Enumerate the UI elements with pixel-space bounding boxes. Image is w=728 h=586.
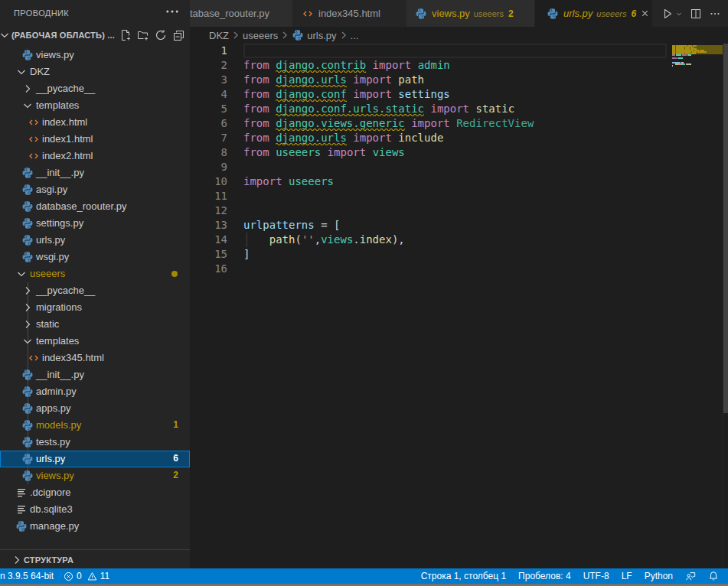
tree-item-database_roouter.py[interactable]: database_roouter.py xyxy=(0,198,190,215)
tree-item-db.sqlite3[interactable]: db.sqlite3 xyxy=(0,501,190,518)
chevron-right-icon xyxy=(21,318,34,330)
code-line-7[interactable]: 7from django.urls import include xyxy=(190,131,728,145)
code-text: urlpatterns = [ xyxy=(243,218,340,233)
refresh-icon[interactable] xyxy=(155,29,167,41)
tree-item-__pycache__[interactable]: __pycache__ xyxy=(0,282,190,299)
eol-item[interactable]: LF xyxy=(622,571,632,581)
code-line-4[interactable]: 4from django.conf import settings xyxy=(190,87,728,102)
python-file-icon xyxy=(292,29,304,41)
tree-item-label: __init__.py xyxy=(36,167,84,178)
code-line-14[interactable]: 14 path('',views.index), xyxy=(190,233,728,247)
problems-badge: 2 xyxy=(173,470,178,480)
tree-item-index.html[interactable]: index.html xyxy=(0,114,190,131)
editor-scrollbar[interactable] xyxy=(723,44,728,568)
breadcrumb-item[interactable]: ... xyxy=(351,30,359,41)
tab-tabase_roouter.py[interactable]: tabase_roouter.py xyxy=(190,0,293,27)
breadcrumb-item[interactable]: DKZ xyxy=(209,30,229,41)
cursor-position-item[interactable]: Строка 1, столбец 1 xyxy=(421,571,506,581)
workspace-section-header[interactable]: (РАБОЧАЯ ОБЛАСТЬ) ... xyxy=(0,27,190,44)
tree-item-useeers[interactable]: useeers xyxy=(0,265,190,282)
code-line-1[interactable]: 1 xyxy=(190,44,728,58)
tree-item-views.py[interactable]: views.py xyxy=(0,47,190,63)
tree-item-asgi.py[interactable]: asgi.py xyxy=(0,181,190,198)
outline-section-header[interactable]: СТРУКТУРА xyxy=(0,549,190,568)
code-editor[interactable]: 12from django.contrib import admin3from … xyxy=(190,44,728,568)
tree-item-tests.py[interactable]: tests.py xyxy=(0,434,190,451)
code-token: import xyxy=(373,59,412,71)
minimap-line-mark xyxy=(672,54,675,56)
code-token: from xyxy=(243,59,269,71)
code-token: import xyxy=(353,88,392,100)
tree-item-static[interactable]: static xyxy=(0,316,190,333)
tree-item-admin.py[interactable]: admin.py xyxy=(0,383,190,400)
tab-index345.html[interactable]: index345.html xyxy=(293,0,406,27)
code-line-16[interactable]: 16 xyxy=(190,262,728,276)
code-line-9[interactable]: 9 xyxy=(190,160,728,174)
tree-item-wsgi.py[interactable]: wsgi.py xyxy=(0,249,190,265)
close-icon[interactable] xyxy=(640,8,651,20)
explorer-more-actions-icon[interactable] xyxy=(164,3,181,20)
tree-item-models.py[interactable]: models.py1 xyxy=(0,417,190,434)
tree-item-label: migrations xyxy=(36,301,82,313)
chevron-down-icon xyxy=(15,66,28,78)
tab-content: views.pyuseeers2 xyxy=(406,0,514,27)
run-button-icon[interactable] xyxy=(661,8,674,20)
tree-item-settings.py[interactable]: settings.py xyxy=(0,215,190,232)
tab-views.py[interactable]: views.pyuseeers2 xyxy=(406,0,535,27)
bell-icon[interactable] xyxy=(708,571,719,581)
minimap-line-mark xyxy=(690,53,696,54)
collapse-all-icon[interactable] xyxy=(172,29,184,41)
tree-item-DKZ[interactable]: DKZ xyxy=(0,63,190,80)
scrollbar-slider[interactable] xyxy=(723,44,728,413)
code-line-5[interactable]: 5from django.conf.urls.static import sta… xyxy=(190,102,728,116)
tree-item-__init__.py[interactable]: __init__.py xyxy=(0,366,190,383)
tree-item-views.py[interactable]: views.py2 xyxy=(0,467,190,484)
code-line-8[interactable]: 8from useeers import views xyxy=(190,145,728,160)
tree-item-index1.html[interactable]: index1.html xyxy=(0,131,190,148)
code-line-3[interactable]: 3from django.urls import path xyxy=(190,73,728,87)
html-file-icon xyxy=(302,8,314,20)
line-number: 9 xyxy=(190,160,227,174)
breadcrumb-item[interactable]: urls.py xyxy=(307,30,336,41)
code-token xyxy=(269,117,276,129)
tree-item-__init__.py[interactable]: __init__.py xyxy=(0,164,190,181)
tree-item-index345.html[interactable]: index345.html xyxy=(0,350,190,366)
tab-urls.py[interactable]: urls.pyuseeers6 xyxy=(535,0,653,27)
python-version-item[interactable]: n 3.9.5 64-bit xyxy=(0,571,54,581)
breadcrumb-item[interactable]: useeers xyxy=(243,30,278,41)
encoding-item[interactable]: UTF-8 xyxy=(583,571,609,581)
more-actions-icon[interactable] xyxy=(709,8,721,20)
tree-item-templates[interactable]: templates xyxy=(0,97,190,114)
tree-item-manage.py[interactable]: manage.py xyxy=(0,518,190,535)
split-editor-icon[interactable] xyxy=(690,8,702,20)
tree-item-__pycache__[interactable]: __pycache__ xyxy=(0,80,190,97)
indentation-item[interactable]: Пробелов: 4 xyxy=(518,571,571,581)
line-number: 5 xyxy=(190,102,227,116)
breadcrumb-separator-icon xyxy=(279,29,291,41)
problems-item[interactable]: 0 11 xyxy=(64,568,109,584)
language-item[interactable]: Python xyxy=(645,571,673,581)
line-number: 10 xyxy=(190,174,227,189)
tree-item-migrations[interactable]: migrations xyxy=(0,299,190,316)
python-file-icon xyxy=(547,8,559,20)
tree-item-urls.py[interactable]: urls.py xyxy=(0,232,190,249)
tree-item-index2.html[interactable]: index2.html xyxy=(0,148,190,164)
code-line-2[interactable]: 2from django.contrib import admin xyxy=(190,58,728,73)
new-file-icon[interactable] xyxy=(119,29,132,41)
code-line-15[interactable]: 15] xyxy=(190,247,728,262)
tree-item-.dcignore[interactable]: .dcignore xyxy=(0,484,190,501)
code-line-13[interactable]: 13urlpatterns = [ xyxy=(190,218,728,233)
tree-item-urls.py[interactable]: urls.py6 xyxy=(0,451,190,467)
code-token: RedirectView xyxy=(456,117,534,129)
code-token xyxy=(243,233,269,246)
code-line-11[interactable]: 11 xyxy=(190,189,728,203)
code-line-10[interactable]: 10import useeers xyxy=(190,174,728,189)
run-dropdown-icon[interactable] xyxy=(675,10,683,18)
tree-item-apps.py[interactable]: apps.py xyxy=(0,400,190,417)
minimap[interactable] xyxy=(672,44,723,568)
tree-item-templates[interactable]: templates xyxy=(0,333,190,350)
code-line-6[interactable]: 6from django.views.generic import Redire… xyxy=(190,116,728,131)
feedback-icon[interactable] xyxy=(685,571,696,581)
new-folder-icon[interactable] xyxy=(137,29,149,41)
code-line-12[interactable]: 12 xyxy=(190,203,728,218)
